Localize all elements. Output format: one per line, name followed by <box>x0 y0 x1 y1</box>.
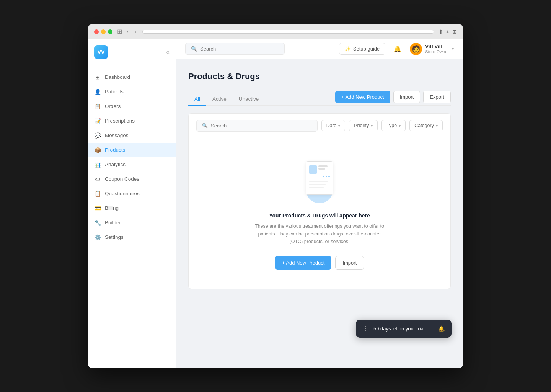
category-filter-label: Category <box>414 123 434 128</box>
sidebar-label-patients: Patients <box>105 89 124 95</box>
sidebar-item-analytics[interactable]: 📊 Analytics <box>88 157 176 172</box>
product-search-input[interactable] <box>211 123 312 129</box>
messages-icon: 💬 <box>94 132 101 139</box>
tab-unactive[interactable]: Unactive <box>233 93 265 106</box>
empty-import-button[interactable]: Import <box>335 256 364 270</box>
date-filter-label: Date <box>326 123 336 128</box>
browser-actions: ⬆ + ⊞ <box>439 29 457 35</box>
logo-text: VV <box>98 49 105 55</box>
sidebar-item-patients[interactable]: 👤 Patients <box>88 85 176 99</box>
minimize-button[interactable] <box>101 29 106 34</box>
top-nav: 🔍 ✨ Setup guide 🔔 🧑 Viff Viff Store Owne… <box>176 39 463 59</box>
sidebar-label-coupon-codes: Coupon Codes <box>105 176 139 182</box>
maximize-button[interactable] <box>108 29 112 34</box>
sidebar-item-questionnaires[interactable]: 📋 Questionnaires <box>88 186 176 201</box>
priority-filter-button[interactable]: Priority ▾ <box>349 120 378 131</box>
search-icon: 🔍 <box>202 123 208 128</box>
product-search-bar[interactable]: 🔍 <box>196 120 318 132</box>
forward-button[interactable]: › <box>133 28 138 36</box>
search-icon: 🔍 <box>191 46 197 52</box>
share-button[interactable]: ⬆ <box>439 29 443 35</box>
sidebar-label-messages: Messages <box>105 132 129 138</box>
empty-state-actions: + Add New Product Import <box>275 256 364 270</box>
sidebar-item-coupon-codes[interactable]: 🏷 Coupon Codes <box>88 172 176 186</box>
sidebar-label-questionnaires: Questionnaires <box>105 191 140 196</box>
browser-chrome: ⊞ ‹ › ⬆ + ⊞ <box>88 24 463 39</box>
browser-controls: ⊞ ‹ › <box>117 28 138 36</box>
export-button[interactable]: Export <box>423 91 451 103</box>
type-filter-button[interactable]: Type ▾ <box>381 120 406 131</box>
global-search-input[interactable] <box>200 46 279 52</box>
products-card: 🔍 Date ▾ Priority ▾ Type <box>188 113 451 289</box>
sidebar: VV « ⊞ Dashboard 👤 Patients 📋 Orders <box>88 39 176 368</box>
sidebar-item-products[interactable]: 📦 Products <box>88 143 176 157</box>
sidebar-item-orders[interactable]: 📋 Orders <box>88 99 176 114</box>
empty-add-product-button[interactable]: + Add New Product <box>275 256 332 270</box>
sidebar-nav: ⊞ Dashboard 👤 Patients 📋 Orders 📝 Prescr… <box>88 65 176 368</box>
tabs-row: All Active Unactive + Add New Product Im… <box>188 91 451 106</box>
trial-text: 59 days left in your trial <box>373 326 434 332</box>
prescriptions-icon: 📝 <box>94 118 101 124</box>
nav-actions: ✨ Setup guide 🔔 🧑 Viff Viff Store Owner … <box>339 43 454 55</box>
chevron-down-icon: ▾ <box>436 124 438 128</box>
close-button[interactable] <box>94 29 99 34</box>
logo-avatar: VV <box>94 45 108 59</box>
avatar: 🧑 <box>410 43 422 55</box>
empty-state-title: Your Products & Drugs will appear here <box>269 212 370 219</box>
patients-icon: 👤 <box>94 88 101 95</box>
orders-icon: 📋 <box>94 103 101 110</box>
sidebar-label-builder: Builder <box>105 220 121 225</box>
new-tab-button[interactable]: + <box>446 29 449 35</box>
setup-guide-button[interactable]: ✨ Setup guide <box>339 43 385 55</box>
sidebar-item-builder[interactable]: 🔧 Builder <box>88 216 176 230</box>
trial-bell-icon[interactable]: 🔔 <box>438 325 445 332</box>
priority-filter-label: Priority <box>354 123 369 128</box>
empty-state-description: These are the various treatment offering… <box>254 222 385 245</box>
main-content: 🔍 ✨ Setup guide 🔔 🧑 Viff Viff Store Owne… <box>176 39 463 368</box>
filter-row: 🔍 Date ▾ Priority ▾ Type <box>189 114 450 138</box>
type-filter-label: Type <box>386 123 397 128</box>
url-bar[interactable] <box>142 30 434 34</box>
builder-icon: 🔧 <box>94 219 101 226</box>
sidebar-item-messages[interactable]: 💬 Messages <box>88 128 176 143</box>
global-search-bar[interactable]: 🔍 <box>185 43 285 55</box>
category-filter-button[interactable]: Category ▾ <box>409 120 443 131</box>
sidebar-item-prescriptions[interactable]: 📝 Prescriptions <box>88 114 176 128</box>
sidebar-label-billing: Billing <box>105 205 119 211</box>
import-button[interactable]: Import <box>393 91 421 103</box>
user-details: Viff Viff Store Owner <box>425 44 449 54</box>
date-filter-button[interactable]: Date ▾ <box>321 120 345 131</box>
back-button[interactable]: ‹ <box>125 28 130 36</box>
sidebar-item-dashboard[interactable]: ⊞ Dashboard <box>88 70 176 85</box>
user-name: Viff Viff <box>425 44 449 49</box>
setup-guide-label: Setup guide <box>353 46 380 52</box>
empty-illustration <box>300 161 339 203</box>
analytics-icon: 📊 <box>94 161 101 168</box>
questionnaires-icon: 📋 <box>94 190 101 197</box>
chevron-down-icon: ▾ <box>399 124 401 128</box>
user-role: Store Owner <box>425 49 449 54</box>
sidebar-label-settings: Settings <box>105 234 124 240</box>
sidebar-label-dashboard: Dashboard <box>105 74 130 80</box>
sidebar-toggle-button[interactable]: ⊞ <box>117 28 122 35</box>
sparkle-icon: ✨ <box>345 46 351 52</box>
sidebar-label-analytics: Analytics <box>105 162 126 167</box>
billing-icon: 💳 <box>94 205 101 212</box>
trial-menu-button[interactable]: ⋮ <box>363 325 369 332</box>
sidebar-item-settings[interactable]: ⚙️ Settings <box>88 230 176 245</box>
add-new-product-button[interactable]: + Add New Product <box>335 91 390 103</box>
traffic-lights <box>94 29 112 34</box>
chevron-down-icon: ▾ <box>371 124 373 128</box>
sidebar-item-billing[interactable]: 💳 Billing <box>88 201 176 216</box>
user-profile[interactable]: 🧑 Viff Viff Store Owner ▾ <box>410 43 454 55</box>
sidebar-label-products: Products <box>105 147 125 153</box>
grid-button[interactable]: ⊞ <box>452 29 457 35</box>
sidebar-label-orders: Orders <box>105 103 121 109</box>
notification-button[interactable]: 🔔 <box>391 43 404 55</box>
dashboard-icon: ⊞ <box>94 74 101 81</box>
tab-all[interactable]: All <box>188 93 206 106</box>
collapse-sidebar-button[interactable]: « <box>166 49 170 56</box>
tab-actions: + Add New Product Import Export <box>335 91 451 105</box>
tab-active[interactable]: Active <box>206 93 233 106</box>
tabs-left: All Active Unactive <box>188 93 265 105</box>
